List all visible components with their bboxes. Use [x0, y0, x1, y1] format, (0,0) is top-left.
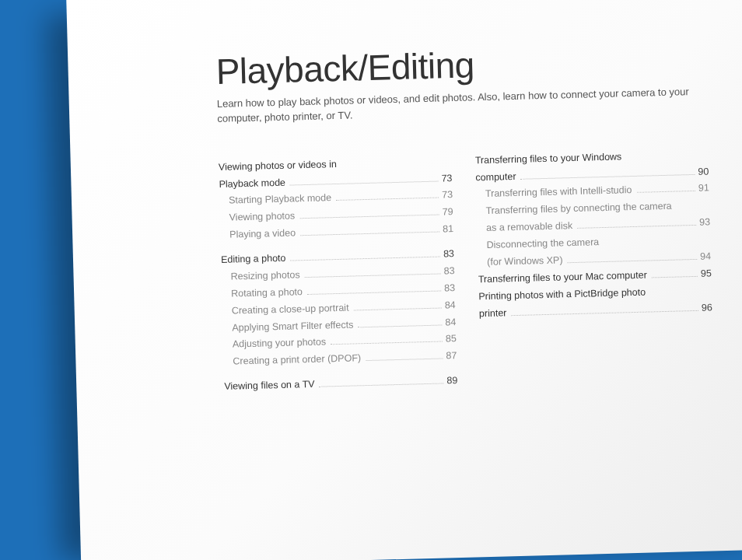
toc-leader-dots	[320, 383, 444, 387]
toc-label: Resizing photos	[221, 267, 299, 286]
toc-label: Rotating a photo	[222, 284, 303, 303]
toc-page-number: 91	[698, 180, 709, 198]
toc-page-number: 84	[445, 297, 456, 314]
toc-leader-dots	[305, 273, 441, 278]
toc-leader-dots	[521, 173, 695, 179]
toc-label: Creating a print order (DPOF)	[223, 351, 361, 371]
toc-label: (for Windows XP)	[478, 252, 563, 271]
toc-leader-dots	[366, 359, 443, 362]
toc-page-number: 85	[446, 331, 457, 348]
toc-label: Viewing photos	[219, 208, 295, 227]
toc-label: Editing a photo	[221, 250, 286, 269]
toc-leader-dots	[511, 310, 698, 315]
intro-text: Learn how to play back photos or videos,…	[217, 85, 700, 127]
toc-label: Disconnecting the camera	[477, 234, 599, 254]
toc-page-number: 83	[443, 246, 454, 263]
toc-leader-dots	[358, 324, 442, 327]
toc-page-number: 95	[701, 265, 712, 282]
toc-leader-dots	[299, 215, 439, 219]
toc-leader-dots	[331, 341, 443, 345]
toc-label: Playback mode	[219, 174, 285, 193]
toc-leader-dots	[568, 259, 698, 263]
toc-leader-dots	[290, 180, 439, 185]
toc-page-number: 79	[442, 204, 453, 221]
toc-leader-dots	[577, 225, 696, 229]
toc-column-left: Viewing photos or videos inPlayback mode…	[219, 153, 458, 396]
toc-page-number: 83	[444, 280, 455, 297]
toc-columns: Viewing photos or videos inPlayback mode…	[219, 146, 715, 396]
toc-page-number: 84	[445, 314, 456, 331]
toc-label: computer	[475, 169, 516, 187]
toc-page-number: 73	[441, 170, 452, 187]
document-page: Playback/Editing Learn how to play back …	[66, 0, 742, 560]
toc-page-number: 94	[700, 248, 711, 265]
toc-page-number: 87	[446, 348, 457, 365]
toc-label: Playing a video	[220, 226, 296, 244]
toc-leader-dots	[291, 257, 441, 261]
toc-label: as a removable disk	[477, 218, 573, 237]
toc-column-right: Transferring files to your Windowscomput…	[475, 146, 715, 389]
toc-leader-dots	[636, 191, 695, 193]
toc-page-number: 90	[698, 163, 709, 180]
toc-page-number: 81	[443, 221, 453, 238]
toc-page-number: 96	[702, 299, 712, 317]
toc-leader-dots	[354, 307, 442, 310]
toc-page-number: 93	[699, 215, 710, 232]
toc-page-number: 83	[443, 263, 454, 280]
toc-leader-dots	[300, 232, 439, 236]
toc-leader-dots	[336, 198, 439, 201]
toc-leader-dots	[307, 290, 441, 295]
toc-page-number: 89	[446, 373, 457, 390]
toc-label: Applying Smart Filter effects	[222, 317, 354, 337]
toc-label: Starting Playback mode	[219, 191, 332, 211]
page-title: Playback/Editing	[215, 38, 706, 93]
toc-leader-dots	[652, 276, 698, 278]
toc-label: Viewing files on a TV	[224, 376, 315, 396]
toc-label: printer	[479, 305, 507, 323]
toc-page-number: 73	[442, 187, 453, 205]
